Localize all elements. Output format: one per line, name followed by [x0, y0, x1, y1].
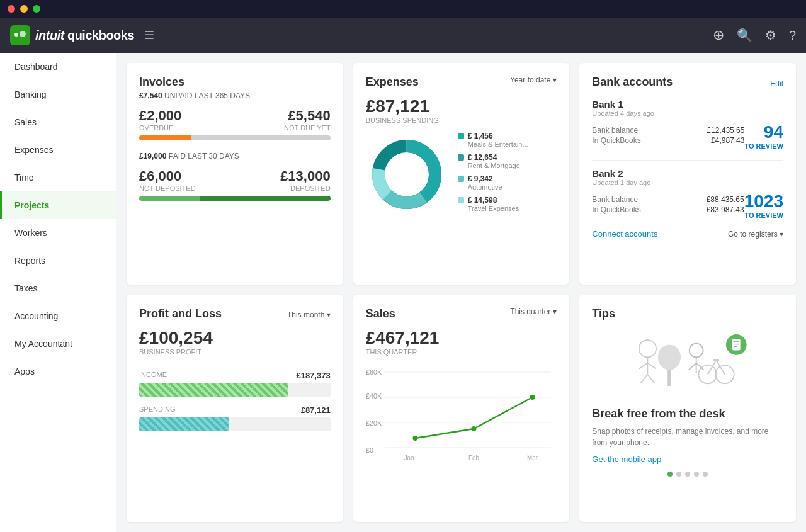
- bank1-updated: Updated 4 days ago: [592, 110, 783, 117]
- invoices-title: Invoices: [139, 76, 331, 89]
- invoices-overdue-row: £2,000 OVERDUE £5,540 NOT DUE YET: [139, 108, 331, 132]
- pnl-income-fill: [139, 383, 288, 397]
- invoices-overdue-label: OVERDUE: [139, 124, 181, 132]
- expenses-title: Expenses: [366, 76, 419, 89]
- pnl-spending-fill: [139, 417, 229, 431]
- pnl-spending-row: SPENDING £87,121: [139, 405, 331, 431]
- bank2-review-badge[interactable]: 1023 TO REVIEW: [744, 191, 783, 219]
- sidebar-item-apps[interactable]: Apps: [0, 358, 116, 385]
- bank1-balance-line: Bank balance £12,435.65: [592, 126, 744, 135]
- minimize-dot[interactable]: [20, 5, 28, 13]
- bank1-row: Bank balance £12,435.65 In QuickBooks £4…: [592, 122, 783, 150]
- legend-dot-2: [458, 154, 464, 161]
- sales-amount: £467,121: [366, 328, 557, 348]
- sidebar-item-sales[interactable]: Sales: [0, 108, 116, 136]
- invoices-overdue-bar: [139, 135, 331, 140]
- logo-text: intuit quickbooks: [35, 28, 134, 43]
- menu-icon[interactable]: ☰: [144, 28, 154, 42]
- expenses-sub: BUSINESS SPENDING: [366, 116, 557, 124]
- pnl-bars: INCOME £187,373 SPENDING £87,121: [139, 371, 331, 431]
- logo-icon: [10, 25, 30, 45]
- tips-card: Tips: [579, 295, 796, 523]
- connect-accounts-link[interactable]: Connect accounts: [592, 229, 657, 239]
- legend-text-1: £ 1,456 Meals & Entertain...: [468, 132, 528, 148]
- go-to-registers-link[interactable]: Go to registers ▾: [728, 230, 783, 239]
- legend-text-3: £ 9,342 Automotive: [468, 174, 502, 191]
- sidebar-item-my-accountant[interactable]: My Accountant: [0, 330, 116, 358]
- pnl-period-selector[interactable]: This month ▾: [287, 310, 331, 319]
- bank2-balance-line: Bank balance £88,435.65: [592, 195, 744, 204]
- tips-dot-1[interactable]: [667, 472, 673, 477]
- sidebar-item-expenses[interactable]: Expenses: [0, 136, 116, 164]
- svg-point-31: [698, 365, 717, 383]
- close-dot[interactable]: [8, 5, 15, 13]
- tips-dot-5[interactable]: [703, 472, 708, 477]
- tips-card-title: Break free from the desk: [592, 407, 783, 421]
- expenses-card: Expenses Year to date ▾ £87,121 BUSINESS…: [353, 63, 570, 285]
- bank1-name: Bank 1: [592, 99, 783, 110]
- expenses-total: £87,121: [366, 96, 557, 116]
- add-icon[interactable]: ⊕: [713, 27, 724, 43]
- sales-sub: THIS QUARTER: [366, 348, 557, 356]
- main-content: Invoices £7,540 UNPAID LAST 365 DAYS £2,…: [116, 53, 806, 532]
- sidebar-item-projects[interactable]: Projects: [0, 191, 116, 219]
- tips-dot-4[interactable]: [694, 472, 699, 477]
- notdeposited-bar-fill: [139, 196, 200, 201]
- svg-line-33: [717, 360, 725, 375]
- pnl-amount: £100,254: [139, 328, 331, 348]
- svg-line-32: [708, 360, 717, 375]
- sidebar-item-banking[interactable]: Banking: [0, 81, 116, 108]
- expenses-content: £ 1,456 Meals & Entertain... £ 12,654 Re…: [366, 132, 557, 217]
- sidebar-item-workers[interactable]: Workers: [0, 219, 116, 247]
- legend-text-4: £ 14,598 Travel Expenses: [468, 196, 519, 212]
- sales-card: Sales This quarter ▾ £467,121 THIS QUART…: [353, 295, 570, 523]
- header-left: intuit quickbooks ☰: [10, 25, 154, 45]
- sidebar-item-dashboard[interactable]: Dashboard: [0, 53, 116, 81]
- bank2-review-label: TO REVIEW: [744, 212, 783, 219]
- invoices-card: Invoices £7,540 UNPAID LAST 365 DAYS £2,…: [127, 63, 343, 285]
- expenses-period-selector[interactable]: Year to date ▾: [510, 76, 557, 84]
- bank1-amounts: Bank balance £12,435.65 In QuickBooks £4…: [592, 126, 744, 146]
- svg-line-28: [689, 363, 696, 370]
- invoices-deposited-row: £6,000 NOT DEPOSITED £13,000 DEPOSITED: [139, 168, 331, 192]
- tips-dot-2[interactable]: [676, 472, 681, 477]
- gear-icon[interactable]: ⚙: [765, 28, 776, 43]
- bank1-qb-line: In QuickBooks £4,987.43: [592, 136, 744, 145]
- maximize-dot[interactable]: [33, 5, 40, 13]
- pnl-income-track: [139, 383, 331, 397]
- profit-loss-card: Profit and Loss This month ▾ £100,254 BU…: [127, 295, 343, 523]
- tips-pagination-dots: [592, 472, 783, 477]
- svg-point-25: [658, 344, 681, 370]
- legend-dot-4: [458, 197, 464, 203]
- bank2-updated: Updated 1 day ago: [592, 179, 783, 186]
- chart-point-feb: [471, 426, 476, 431]
- bank2-review-count: 1023: [744, 191, 783, 212]
- invoices-notdue-amount: £5,540: [284, 108, 331, 124]
- search-icon[interactable]: 🔍: [737, 28, 752, 43]
- bank1-review-badge[interactable]: 94 TO REVIEW: [744, 122, 783, 150]
- tips-dot-3[interactable]: [685, 472, 690, 477]
- svg-text:£60K: £60K: [366, 368, 382, 375]
- invoices-notdeposited-label: NOT DEPOSITED: [139, 184, 196, 192]
- svg-rect-1: [20, 31, 26, 37]
- sidebar: Dashboard Banking Sales Expenses Time Pr…: [0, 53, 116, 532]
- legend-item-3: £ 9,342 Automotive: [458, 174, 557, 191]
- invoices-deposited-label: DEPOSITED: [280, 184, 331, 192]
- pnl-title: Profit and Loss: [139, 307, 222, 320]
- tips-illustration: [592, 325, 783, 397]
- deposited-bar-fill: [200, 196, 330, 201]
- sales-period-selector[interactable]: This quarter ▾: [510, 307, 557, 316]
- help-icon[interactable]: ?: [789, 28, 796, 43]
- sidebar-item-accounting[interactable]: Accounting: [0, 302, 116, 330]
- sidebar-item-reports[interactable]: Reports: [0, 247, 116, 274]
- pnl-spending-labels: SPENDING £87,121: [139, 405, 331, 415]
- logo[interactable]: intuit quickbooks: [10, 25, 134, 45]
- pnl-header: Profit and Loss This month ▾: [139, 307, 331, 323]
- invoices-paid-bar: [139, 196, 331, 201]
- tips-mobile-app-link[interactable]: Get the mobile app: [592, 455, 783, 464]
- sidebar-item-time[interactable]: Time: [0, 164, 116, 191]
- bank-edit-link[interactable]: Edit: [770, 79, 783, 88]
- sidebar-item-taxes[interactable]: Taxes: [0, 274, 116, 302]
- svg-rect-0: [14, 33, 18, 37]
- sales-chart: £60K £40K £20K £0 Jan Feb: [366, 366, 557, 475]
